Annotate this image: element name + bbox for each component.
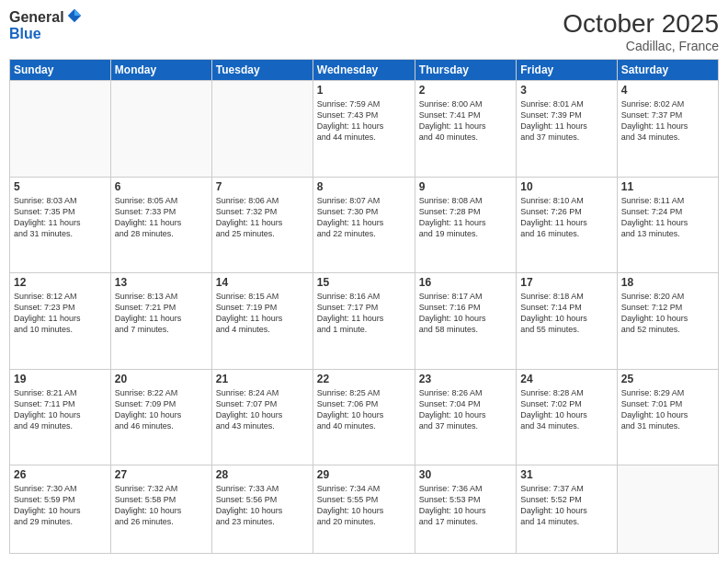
calendar-cell: 12Sunrise: 8:12 AM Sunset: 7:23 PM Dayli… xyxy=(10,273,111,370)
calendar-cell: 25Sunrise: 8:29 AM Sunset: 7:01 PM Dayli… xyxy=(617,369,718,465)
day-info: Sunrise: 8:11 AM Sunset: 7:24 PM Dayligh… xyxy=(621,195,714,240)
calendar-cell: 18Sunrise: 8:20 AM Sunset: 7:12 PM Dayli… xyxy=(617,273,718,370)
calendar-cell xyxy=(211,81,313,178)
day-info: Sunrise: 8:15 AM Sunset: 7:19 PM Dayligh… xyxy=(216,291,309,336)
calendar-cell: 28Sunrise: 7:33 AM Sunset: 5:56 PM Dayli… xyxy=(211,465,313,554)
calendar-cell: 2Sunrise: 8:00 AM Sunset: 7:41 PM Daylig… xyxy=(415,81,516,178)
calendar-cell: 31Sunrise: 7:37 AM Sunset: 5:52 PM Dayli… xyxy=(517,465,617,554)
day-number: 30 xyxy=(419,468,512,481)
day-header-saturday: Saturday xyxy=(617,60,718,81)
day-header-tuesday: Tuesday xyxy=(211,60,313,81)
header: General Blue October 2025 Cadillac, Fran… xyxy=(9,9,719,53)
day-number: 18 xyxy=(621,276,714,289)
calendar-cell: 22Sunrise: 8:25 AM Sunset: 7:06 PM Dayli… xyxy=(313,369,415,465)
day-number: 13 xyxy=(115,276,208,289)
day-info: Sunrise: 8:13 AM Sunset: 7:21 PM Dayligh… xyxy=(115,291,208,336)
logo-general-text: General xyxy=(9,9,64,26)
day-info: Sunrise: 8:06 AM Sunset: 7:32 PM Dayligh… xyxy=(216,195,309,240)
day-number: 10 xyxy=(520,180,612,193)
day-number: 29 xyxy=(317,468,411,481)
day-info: Sunrise: 8:21 AM Sunset: 7:11 PM Dayligh… xyxy=(14,387,107,432)
calendar-cell: 27Sunrise: 7:32 AM Sunset: 5:58 PM Dayli… xyxy=(110,465,211,554)
day-info: Sunrise: 8:01 AM Sunset: 7:39 PM Dayligh… xyxy=(520,98,612,144)
calendar-cell: 5Sunrise: 8:03 AM Sunset: 7:35 PM Daylig… xyxy=(10,177,111,273)
day-info: Sunrise: 8:03 AM Sunset: 7:35 PM Dayligh… xyxy=(14,195,107,240)
calendar-cell: 19Sunrise: 8:21 AM Sunset: 7:11 PM Dayli… xyxy=(10,369,111,465)
day-info: Sunrise: 8:16 AM Sunset: 7:17 PM Dayligh… xyxy=(317,291,411,336)
calendar-cell: 21Sunrise: 8:24 AM Sunset: 7:07 PM Dayli… xyxy=(211,369,313,465)
day-info: Sunrise: 7:32 AM Sunset: 5:58 PM Dayligh… xyxy=(115,483,208,528)
svg-marker-1 xyxy=(74,9,81,16)
day-info: Sunrise: 8:18 AM Sunset: 7:14 PM Dayligh… xyxy=(520,291,612,336)
logo: General Blue xyxy=(9,9,83,41)
day-info: Sunrise: 8:00 AM Sunset: 7:41 PM Dayligh… xyxy=(419,98,512,144)
day-header-monday: Monday xyxy=(110,60,211,81)
day-number: 6 xyxy=(115,180,208,193)
day-number: 22 xyxy=(317,373,411,385)
day-header-sunday: Sunday xyxy=(10,60,111,81)
day-info: Sunrise: 8:07 AM Sunset: 7:30 PM Dayligh… xyxy=(317,195,411,240)
day-info: Sunrise: 7:37 AM Sunset: 5:52 PM Dayligh… xyxy=(520,483,612,528)
calendar-cell: 8Sunrise: 8:07 AM Sunset: 7:30 PM Daylig… xyxy=(313,177,415,273)
month-title: October 2025 xyxy=(563,9,719,39)
calendar-cell: 30Sunrise: 7:36 AM Sunset: 5:53 PM Dayli… xyxy=(415,465,516,554)
title-block: October 2025 Cadillac, France xyxy=(563,9,719,53)
calendar-cell: 13Sunrise: 8:13 AM Sunset: 7:21 PM Dayli… xyxy=(110,273,211,370)
location-subtitle: Cadillac, France xyxy=(563,39,719,53)
day-info: Sunrise: 8:02 AM Sunset: 7:37 PM Dayligh… xyxy=(621,98,714,144)
calendar-cell: 9Sunrise: 8:08 AM Sunset: 7:28 PM Daylig… xyxy=(415,177,516,273)
day-number: 4 xyxy=(621,84,714,97)
calendar-cell: 15Sunrise: 8:16 AM Sunset: 7:17 PM Dayli… xyxy=(313,273,415,370)
day-info: Sunrise: 8:28 AM Sunset: 7:02 PM Dayligh… xyxy=(520,387,612,432)
day-info: Sunrise: 7:36 AM Sunset: 5:53 PM Dayligh… xyxy=(419,483,512,528)
calendar-table: SundayMondayTuesdayWednesdayThursdayFrid… xyxy=(9,59,719,554)
day-info: Sunrise: 8:17 AM Sunset: 7:16 PM Dayligh… xyxy=(419,291,512,336)
calendar-week-row: 1Sunrise: 7:59 AM Sunset: 7:43 PM Daylig… xyxy=(10,81,719,178)
calendar-cell: 23Sunrise: 8:26 AM Sunset: 7:04 PM Dayli… xyxy=(415,369,516,465)
day-info: Sunrise: 7:34 AM Sunset: 5:55 PM Dayligh… xyxy=(317,483,411,528)
day-number: 17 xyxy=(520,276,612,289)
logo-icon xyxy=(66,7,83,24)
calendar-cell: 1Sunrise: 7:59 AM Sunset: 7:43 PM Daylig… xyxy=(313,81,415,178)
day-number: 25 xyxy=(621,373,714,385)
day-header-thursday: Thursday xyxy=(415,60,516,81)
calendar-cell: 17Sunrise: 8:18 AM Sunset: 7:14 PM Dayli… xyxy=(517,273,617,370)
day-info: Sunrise: 8:05 AM Sunset: 7:33 PM Dayligh… xyxy=(115,195,208,240)
calendar-cell: 3Sunrise: 8:01 AM Sunset: 7:39 PM Daylig… xyxy=(517,81,617,178)
day-number: 14 xyxy=(216,276,309,289)
day-info: Sunrise: 8:26 AM Sunset: 7:04 PM Dayligh… xyxy=(419,387,512,432)
day-number: 1 xyxy=(317,84,411,97)
day-number: 20 xyxy=(115,373,208,385)
day-number: 23 xyxy=(419,373,512,385)
calendar-cell: 29Sunrise: 7:34 AM Sunset: 5:55 PM Dayli… xyxy=(313,465,415,554)
day-number: 31 xyxy=(520,468,612,481)
calendar-cell: 24Sunrise: 8:28 AM Sunset: 7:02 PM Dayli… xyxy=(517,369,617,465)
calendar-cell: 11Sunrise: 8:11 AM Sunset: 7:24 PM Dayli… xyxy=(617,177,718,273)
day-number: 21 xyxy=(216,373,309,385)
page: General Blue October 2025 Cadillac, Fran… xyxy=(0,0,728,563)
calendar-week-row: 12Sunrise: 8:12 AM Sunset: 7:23 PM Dayli… xyxy=(10,273,719,370)
day-info: Sunrise: 8:24 AM Sunset: 7:07 PM Dayligh… xyxy=(216,387,309,432)
day-info: Sunrise: 8:25 AM Sunset: 7:06 PM Dayligh… xyxy=(317,387,411,432)
day-number: 9 xyxy=(419,180,512,193)
calendar-cell: 20Sunrise: 8:22 AM Sunset: 7:09 PM Dayli… xyxy=(110,369,211,465)
calendar-cell xyxy=(10,81,111,178)
calendar-cell: 10Sunrise: 8:10 AM Sunset: 7:26 PM Dayli… xyxy=(517,177,617,273)
day-number: 5 xyxy=(14,180,107,193)
day-number: 19 xyxy=(14,373,107,385)
calendar-header-row: SundayMondayTuesdayWednesdayThursdayFrid… xyxy=(10,60,719,81)
day-number: 12 xyxy=(14,276,107,289)
day-number: 28 xyxy=(216,468,309,481)
calendar-week-row: 5Sunrise: 8:03 AM Sunset: 7:35 PM Daylig… xyxy=(10,177,719,273)
day-header-friday: Friday xyxy=(517,60,617,81)
day-number: 24 xyxy=(520,373,612,385)
day-number: 15 xyxy=(317,276,411,289)
calendar-week-row: 19Sunrise: 8:21 AM Sunset: 7:11 PM Dayli… xyxy=(10,369,719,465)
logo-blue-text: Blue xyxy=(9,26,83,42)
day-number: 27 xyxy=(115,468,208,481)
day-number: 11 xyxy=(621,180,714,193)
calendar-cell: 14Sunrise: 8:15 AM Sunset: 7:19 PM Dayli… xyxy=(211,273,313,370)
day-info: Sunrise: 8:08 AM Sunset: 7:28 PM Dayligh… xyxy=(419,195,512,240)
day-info: Sunrise: 7:30 AM Sunset: 5:59 PM Dayligh… xyxy=(14,483,107,528)
calendar-cell: 4Sunrise: 8:02 AM Sunset: 7:37 PM Daylig… xyxy=(617,81,718,178)
